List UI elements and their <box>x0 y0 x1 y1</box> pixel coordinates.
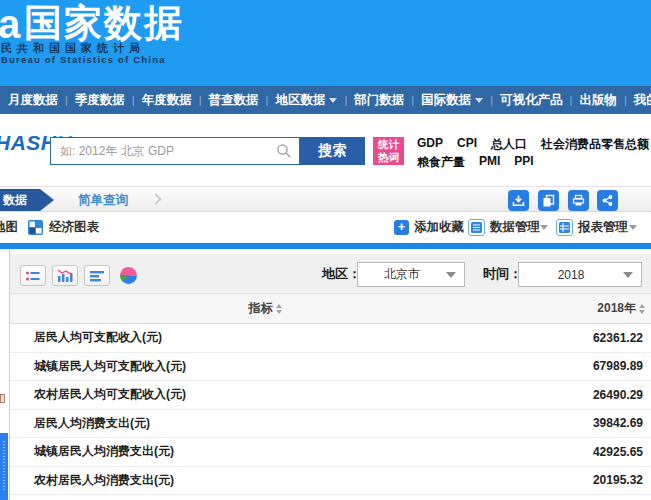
sort-icon <box>639 304 645 314</box>
nav-separator: | <box>65 94 68 106</box>
bureau-name-en: Bureau of Statistics of China <box>1 54 166 65</box>
search-button[interactable]: 搜索 <box>300 137 365 165</box>
nav-separator: | <box>624 94 627 106</box>
table-grid-icon <box>559 222 570 233</box>
left-panel-fragment <box>0 394 5 403</box>
nav-item-quarterly[interactable]: 季度数据 <box>75 92 125 109</box>
copy-button[interactable] <box>538 190 559 211</box>
value-cell: 39842.69 <box>593 410 643 438</box>
data-manage-icon[interactable] <box>468 219 485 236</box>
scrollbar-grip <box>3 441 5 491</box>
nav-item-international[interactable]: 国际数据 <box>421 92 483 109</box>
table-row: 农村居民人均消费支出(元) 20195.32 <box>10 467 651 496</box>
table-header: 指标 2018年 <box>10 294 651 324</box>
nav-separator: | <box>266 94 269 106</box>
hot-word-retail[interactable]: 社会消费品零售总额 <box>541 136 649 153</box>
data-table: 居民人均可支配收入(元) 62361.22 城镇居民人均可支配收入(元) 679… <box>10 324 651 495</box>
economy-chart-icon[interactable] <box>28 220 43 235</box>
indicator-column-header[interactable]: 指标 <box>180 294 350 323</box>
h-bar-view-button[interactable] <box>84 265 110 286</box>
hot-word-gdp[interactable]: GDP <box>417 136 443 153</box>
nav-item-monthly[interactable]: 月度数据 <box>8 92 58 109</box>
chevron-down-icon <box>623 272 633 278</box>
value-cell: 42925.65 <box>593 438 643 466</box>
bar-chart-icon <box>57 269 73 282</box>
data-manage-button[interactable]: 数据管理 <box>490 212 540 243</box>
table-row: 居民人均可支配收入(元) 62361.22 <box>10 324 651 353</box>
table-row: 城镇居民人均可支配收入(元) 67989.89 <box>10 353 651 382</box>
pie-chart-icon <box>120 267 137 284</box>
share-icon <box>601 194 614 207</box>
value-column-header[interactable]: 2018年 <box>597 294 645 323</box>
left-panel-scrollbar[interactable] <box>0 433 8 500</box>
indicator-cell: 城镇居民人均可支配收入(元) <box>34 353 186 381</box>
hot-word-cpi[interactable]: CPI <box>457 136 477 153</box>
pie-chart-view-button[interactable] <box>118 265 139 286</box>
add-favorite-icon[interactable]: + <box>394 220 409 235</box>
value-cell: 26490.29 <box>593 381 643 409</box>
report-manage-button[interactable]: 报表管理 <box>578 212 628 243</box>
search-band: HASHU 搜索 统计热词 GDP CPI 总人口 社会消费品零售总额 粮食产量… <box>0 114 651 186</box>
time-select[interactable]: 2018 <box>518 262 642 287</box>
download-icon <box>512 194 525 207</box>
hot-words-badge: 统计热词 <box>373 137 404 165</box>
tab-data[interactable]: 数据 <box>0 189 54 211</box>
value-cell: 20195.32 <box>593 467 643 495</box>
hot-words-row-1: GDP CPI 总人口 社会消费品零售总额 <box>417 136 649 153</box>
add-favorite-button[interactable]: 添加收藏 <box>414 212 464 243</box>
indicator-cell: 城镇居民人均消费支出(元) <box>34 438 174 466</box>
national-data-page: a 国家数据 民共和国国家统计局 Bureau of Statistics of… <box>0 0 651 500</box>
h-bar-chart-icon <box>90 270 105 282</box>
download-button[interactable] <box>508 190 529 211</box>
nav-separator: | <box>132 94 135 106</box>
chevron-right-icon <box>150 193 161 204</box>
region-select-value: 北京市 <box>358 266 446 283</box>
search-icon <box>276 143 292 159</box>
hot-word-ppi[interactable]: PPI <box>514 154 533 171</box>
list-view-button[interactable] <box>20 265 46 286</box>
time-select-value: 2018 <box>519 268 623 282</box>
bar-chart-view-button[interactable] <box>52 265 78 286</box>
sort-icon <box>276 304 282 314</box>
nav-item-favorites[interactable]: 我的收藏 <box>634 92 651 109</box>
chevron-down-icon[interactable] <box>629 225 637 230</box>
nav-item-regional[interactable]: 地区数据 <box>275 92 337 109</box>
views-row: 地图 经济图表 + 添加收藏 数据管理 <box>0 212 651 243</box>
indicator-cell: 居民人均消费支出(元) <box>34 410 150 438</box>
nav-separator: | <box>344 94 347 106</box>
nav-item-publications[interactable]: 出版物 <box>579 92 617 109</box>
nav-item-visualization[interactable]: 可视化产品 <box>500 92 563 109</box>
share-button[interactable] <box>597 190 618 211</box>
chevron-down-icon <box>446 272 456 278</box>
nav-separator: | <box>199 94 202 106</box>
region-filter-label: 地区： <box>322 254 361 294</box>
chevron-down-icon <box>329 98 337 103</box>
time-filter-label: 时间： <box>483 254 522 294</box>
tab-hot-map[interactable]: 地图 <box>0 212 18 243</box>
tab-economy-chart[interactable]: 经济图表 <box>49 212 99 243</box>
main-nav: 月度数据 | 季度数据 | 年度数据 | 普查数据 | 地区数据 | 部门数据 … <box>0 86 651 114</box>
hot-word-population[interactable]: 总人口 <box>491 136 527 153</box>
chevron-down-icon <box>475 98 483 103</box>
site-header: a 国家数据 民共和国国家统计局 Bureau of Statistics of… <box>0 0 651 86</box>
indicator-cell: 农村居民人均消费支出(元) <box>34 467 174 495</box>
copy-icon <box>542 194 555 207</box>
nav-separator: | <box>411 94 414 106</box>
nav-item-annual[interactable]: 年度数据 <box>142 92 192 109</box>
table-row: 农村居民人均可支配收入(元) 26490.29 <box>10 381 651 410</box>
chevron-down-icon[interactable] <box>540 225 548 230</box>
hot-words-row-2: 粮食产量 PMI PPI <box>417 154 534 171</box>
hot-word-pmi[interactable]: PMI <box>479 154 500 171</box>
nav-item-census[interactable]: 普查数据 <box>209 92 259 109</box>
section-divider-bar <box>0 243 651 249</box>
report-manage-icon[interactable] <box>556 219 573 236</box>
table-row: 城镇居民人均消费支出(元) 42925.65 <box>10 438 651 467</box>
print-button[interactable] <box>568 190 589 211</box>
hot-word-grain[interactable]: 粮食产量 <box>417 154 465 171</box>
tab-simple-query[interactable]: 简单查询 <box>78 187 128 213</box>
value-cell: 62361.22 <box>593 324 643 352</box>
nav-item-department[interactable]: 部门数据 <box>354 92 404 109</box>
value-cell: 67989.89 <box>593 353 643 381</box>
region-select[interactable]: 北京市 <box>357 262 465 287</box>
search-input[interactable] <box>50 137 300 165</box>
